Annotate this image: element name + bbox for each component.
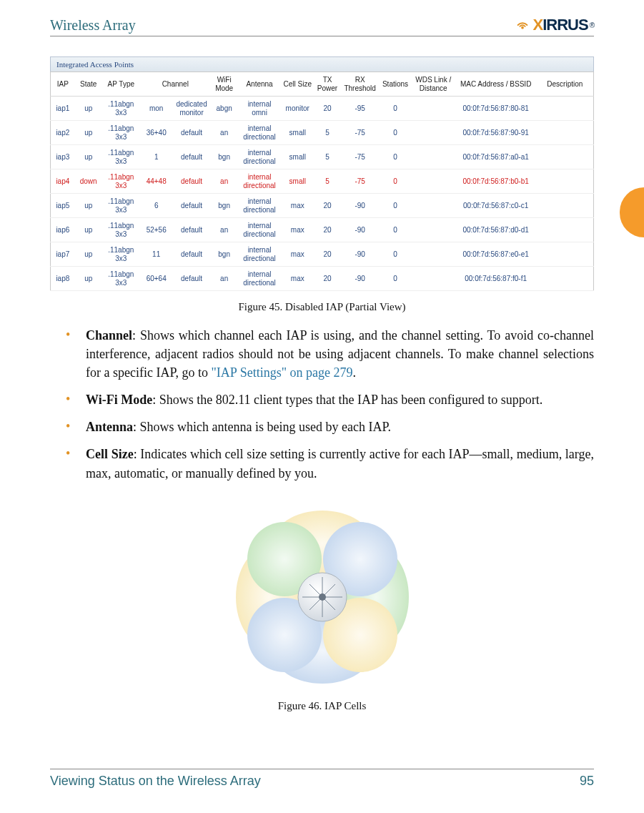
table-row: iap2up.11abgn 3x336+40defaultaninternal … [51,121,594,145]
table-cell: up [75,97,102,121]
iap-screenshot: Integrated Access Points IAP State AP Ty… [50,56,594,291]
table-cell: 0 [379,121,412,145]
table-cell: bgn [211,194,238,218]
table-cell: 00:0f:7d:56:87:f0-f1 [455,267,537,291]
table-cell: bgn [211,242,238,267]
col-aptype: AP Type [102,72,140,97]
figure46-caption: Figure 46. IAP Cells [50,700,594,712]
table-cell: internal directional [238,121,282,145]
table-cell: -90 [341,194,379,218]
table-cell [537,145,594,169]
figure45-caption: Figure 45. Disabled IAP (Partial View) [50,301,594,313]
table-cell: -75 [341,169,379,194]
table-cell [412,145,455,169]
table-cell: 11 [140,242,173,267]
logo-reg: ® [590,21,594,29]
table-cell [412,218,455,242]
table-cell: max [281,267,314,291]
table-cell: iap5 [51,194,75,218]
table-cell [537,97,594,121]
table-row: iap4down.11abgn 3x344+48defaultaninterna… [51,169,594,194]
table-cell [537,218,594,242]
table-cell [537,121,594,145]
table-cell: max [281,218,314,242]
table-cell [412,169,455,194]
page-title: Wireless Array [50,17,136,34]
table-cell: small [281,169,314,194]
table-cell: 0 [379,242,412,267]
table-cell: -90 [341,242,379,267]
table-header-row: IAP State AP Type Channel WiFi Mode Ante… [51,72,594,97]
table-cell: up [75,267,102,291]
table-cell: 60+64 [140,267,173,291]
page: Wireless Array XIRRUS® Integrated Access… [0,0,644,813]
table-cell: an [211,169,238,194]
bullet-item: Cell Size: Indicates which cell size set… [54,445,594,482]
table-cell: 20 [314,97,341,121]
table-cell: default [172,267,210,291]
table-cell: iap6 [51,218,75,242]
table-cell: monitor [281,97,314,121]
col-state: State [75,72,102,97]
table-cell: .11abgn 3x3 [102,267,140,291]
table-cell: 5 [314,145,341,169]
table-cell: 20 [314,218,341,242]
table-cell: -90 [341,218,379,242]
table-row: iap8up.11abgn 3x360+64defaultaninternal … [51,267,594,291]
col-channel: Channel [140,72,211,97]
table-cell: internal omni [238,97,282,121]
table-cell [412,242,455,267]
svg-point-13 [319,593,326,601]
table-cell: 5 [314,169,341,194]
col-cell: Cell Size [281,72,314,97]
iap-panel-caption: Integrated Access Points [50,56,594,72]
table-cell: max [281,194,314,218]
bullet-item: Channel: Shows which channel each IAP is… [54,326,594,382]
table-cell [537,169,594,194]
table-cell: 0 [379,169,412,194]
table-cell: dedicated monitor [172,97,210,121]
table-cell: up [75,194,102,218]
table-cell: 0 [379,145,412,169]
col-desc: Description [537,72,594,97]
bullet-tail: . [353,365,357,380]
table-cell: internal directional [238,242,282,267]
table-cell: up [75,145,102,169]
table-row: iap5up.11abgn 3x36defaultbgninternal dir… [51,194,594,218]
page-footer: Viewing Status on the Wireless Array 95 [50,769,594,789]
col-tx: TX Power [314,72,341,97]
table-cell: 00:0f:7d:56:87:d0-d1 [455,218,537,242]
table-cell: an [211,267,238,291]
col-wifi: WiFi Mode [211,72,238,97]
section-tab [620,187,644,237]
table-cell: small [281,121,314,145]
wifi-rays-icon [515,17,530,33]
bullet-term: Channel [86,328,132,343]
table-cell: -95 [341,97,379,121]
table-cell: 1 [140,145,173,169]
col-mac: MAC Address / BSSID [455,72,537,97]
table-cell: default [172,145,210,169]
table-cell: iap1 [51,97,75,121]
table-cell: default [172,218,210,242]
table-cell: max [281,242,314,267]
table-cell [537,267,594,291]
brand-logo: XIRRUS® [515,16,594,34]
cross-ref-link[interactable]: "IAP Settings" on page 279 [211,365,352,380]
table-cell: .11abgn 3x3 [102,242,140,267]
table-cell: iap7 [51,242,75,267]
table-cell: iap3 [51,145,75,169]
table-cell: 00:0f:7d:56:87:e0-e1 [455,242,537,267]
table-cell: 20 [314,242,341,267]
table-cell: 0 [379,267,412,291]
table-cell: .11abgn 3x3 [102,194,140,218]
table-cell: abgn [211,97,238,121]
table-cell: up [75,121,102,145]
table-cell: .11abgn 3x3 [102,169,140,194]
table-cell: internal directional [238,267,282,291]
table-row: iap1up.11abgn 3x3mondedicated monitorabg… [51,97,594,121]
logo-letter-x: X [532,16,543,34]
table-cell: internal directional [238,218,282,242]
table-cell: default [172,169,210,194]
table-cell: 5 [314,121,341,145]
